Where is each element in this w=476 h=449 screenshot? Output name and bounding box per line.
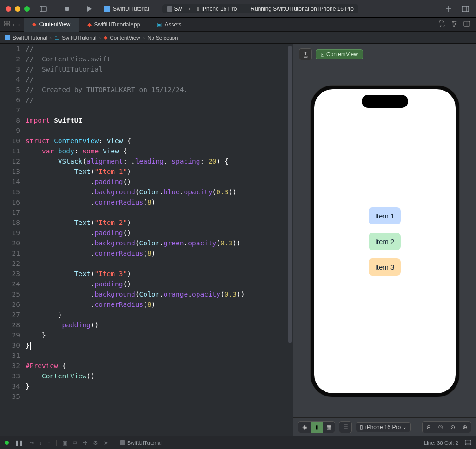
- preview-item[interactable]: Item 2: [369, 233, 401, 250]
- code-line[interactable]: 22: [0, 258, 293, 269]
- code-line[interactable]: 14 .padding(): [0, 177, 293, 187]
- code-line[interactable]: 24 .padding(): [0, 279, 293, 289]
- breadcrumb-project[interactable]: SwiftUITutorial: [5, 35, 47, 40]
- code-line[interactable]: 7: [0, 105, 293, 115]
- preview-provider-badge[interactable]: ⎘ ContentView: [316, 49, 363, 59]
- code-line[interactable]: 25 .background(Color.orange.opacity(0.3)…: [0, 289, 293, 299]
- process-selector[interactable]: SwiftUITutorial: [120, 440, 162, 446]
- preview-device-selector[interactable]: ▯ iPhone 16 Pro ⌄: [356, 422, 411, 432]
- selectable-preview-button[interactable]: ▮: [311, 422, 323, 433]
- env-overrides-button[interactable]: ✢: [83, 440, 87, 446]
- code-content[interactable]: //: [26, 44, 293, 54]
- code-line[interactable]: 26 .cornerRadius(8): [0, 299, 293, 310]
- code-line[interactable]: 5// Created by TUTORIALKART on 15/12/24.: [0, 85, 293, 95]
- code-line[interactable]: 11 var body: some View {: [0, 146, 293, 156]
- library-icon[interactable]: [460, 4, 470, 14]
- run-button[interactable]: [84, 4, 94, 14]
- code-content[interactable]: // ContentView.swift: [26, 54, 293, 64]
- live-preview-button[interactable]: ◉: [298, 422, 311, 433]
- zoom-actual-button[interactable]: ⦾: [435, 422, 447, 433]
- code-line[interactable]: 23 Text("Item 3"): [0, 269, 293, 279]
- device-settings-button[interactable]: ☰: [339, 422, 351, 433]
- pause-debug-button[interactable]: ❚❚: [14, 440, 24, 446]
- code-content[interactable]: Text("Item 1"): [26, 166, 293, 177]
- code-content[interactable]: .background(Color.green.opacity(0.3)): [26, 238, 293, 248]
- code-line[interactable]: 18 Text("Item 2"): [0, 218, 293, 228]
- tab-contentview[interactable]: ◆ContentView: [24, 18, 79, 32]
- code-content[interactable]: .cornerRadius(8): [26, 197, 293, 207]
- close-window-button[interactable]: [6, 6, 11, 12]
- nav-forward-icon[interactable]: ›: [18, 21, 20, 28]
- tab-assets[interactable]: ▣Assets: [148, 18, 190, 32]
- status-crumb-device[interactable]: ▯ iPhone 16 Pro: [197, 6, 237, 12]
- code-content[interactable]: .cornerRadius(8): [26, 299, 293, 310]
- code-content[interactable]: import SwiftUI: [26, 115, 293, 125]
- code-line[interactable]: 13 Text("Item 1"): [0, 166, 293, 177]
- code-line[interactable]: 32#Preview {: [0, 361, 293, 371]
- breadcrumb-folder[interactable]: 🗀 SwiftUITutorial: [54, 35, 96, 40]
- code-line[interactable]: 19 .padding(): [0, 228, 293, 238]
- code-content[interactable]: // Created by TUTORIALKART on 15/12/24.: [26, 85, 293, 95]
- code-line[interactable]: 28 .padding(): [0, 320, 293, 330]
- code-line[interactable]: 30}: [0, 340, 293, 350]
- step-out-button[interactable]: ↑: [48, 440, 51, 446]
- code-line[interactable]: 1//: [0, 44, 293, 54]
- code-line[interactable]: 12 VStack(alignment: .leading, spacing: …: [0, 156, 293, 166]
- stop-button[interactable]: [62, 4, 72, 14]
- code-line[interactable]: 16 .cornerRadius(8): [0, 197, 293, 207]
- code-line[interactable]: 27 }: [0, 310, 293, 320]
- status-crumb-app[interactable]: Sw: [167, 6, 182, 12]
- code-content[interactable]: #Preview {: [26, 361, 293, 371]
- add-button[interactable]: [443, 4, 454, 14]
- code-content[interactable]: .padding(): [26, 320, 293, 330]
- code-content[interactable]: }: [26, 310, 293, 320]
- code-content[interactable]: Text("Item 2"): [26, 218, 293, 228]
- add-editor-icon[interactable]: [463, 20, 470, 29]
- code-content[interactable]: [26, 391, 293, 402]
- variants-button[interactable]: ▦: [323, 422, 335, 433]
- zoom-out-button[interactable]: ⊖: [423, 422, 435, 433]
- code-content[interactable]: //: [26, 95, 293, 105]
- code-line[interactable]: 8import SwiftUI: [0, 115, 293, 125]
- breadcrumb-selection[interactable]: No Selection: [147, 35, 178, 40]
- code-line[interactable]: 2// ContentView.swift: [0, 54, 293, 64]
- step-over-button[interactable]: ⤼: [29, 440, 34, 446]
- editor-scrollbar[interactable]: [288, 46, 292, 343]
- debug-view-button[interactable]: ▣: [62, 440, 67, 446]
- code-content[interactable]: }: [26, 340, 293, 350]
- toggle-console-icon[interactable]: [465, 439, 471, 447]
- code-line[interactable]: 34}: [0, 381, 293, 391]
- code-content[interactable]: .background(Color.orange.opacity(0.3)): [26, 289, 293, 299]
- code-line[interactable]: 29 }: [0, 330, 293, 340]
- code-content[interactable]: }: [26, 381, 293, 391]
- code-line[interactable]: 6//: [0, 95, 293, 105]
- code-content[interactable]: [26, 207, 293, 218]
- code-line[interactable]: 33 ContentView(): [0, 371, 293, 381]
- zoom-window-button[interactable]: [24, 6, 30, 12]
- code-line[interactable]: 3// SwiftUITutorial: [0, 64, 293, 74]
- breadcrumb-file[interactable]: ◆ ContentView: [104, 34, 140, 40]
- code-content[interactable]: ContentView(): [26, 371, 293, 381]
- code-content[interactable]: // SwiftUITutorial: [26, 64, 293, 74]
- code-line[interactable]: 35: [0, 391, 293, 402]
- tab-swiftuitutorialapp[interactable]: ◆SwiftUITutorialApp: [79, 18, 149, 32]
- code-content[interactable]: [26, 125, 293, 136]
- location-button[interactable]: ➤: [104, 440, 108, 446]
- code-line[interactable]: 15 .background(Color.blue.opacity(0.3)): [0, 187, 293, 197]
- preview-canvas[interactable]: Item 1Item 2Item 3: [293, 65, 476, 417]
- code-content[interactable]: [26, 105, 293, 115]
- code-content[interactable]: .padding(): [26, 279, 293, 289]
- memory-graph-button[interactable]: ⧉: [73, 440, 77, 446]
- code-line[interactable]: 4//: [0, 74, 293, 85]
- sync-editors-icon[interactable]: [438, 20, 445, 29]
- zoom-fit-button[interactable]: ⊙: [447, 422, 459, 433]
- code-content[interactable]: Text("Item 3"): [26, 269, 293, 279]
- code-content[interactable]: //: [26, 74, 293, 85]
- code-content[interactable]: .background(Color.blue.opacity(0.3)): [26, 187, 293, 197]
- code-content[interactable]: [26, 350, 293, 361]
- code-content[interactable]: struct ContentView: View {: [26, 136, 293, 146]
- code-line[interactable]: 21 .cornerRadius(8): [0, 248, 293, 258]
- toggle-navigator-icon[interactable]: [38, 4, 48, 14]
- adjust-editor-icon[interactable]: [451, 20, 458, 29]
- spray-button[interactable]: ⚙: [93, 440, 98, 446]
